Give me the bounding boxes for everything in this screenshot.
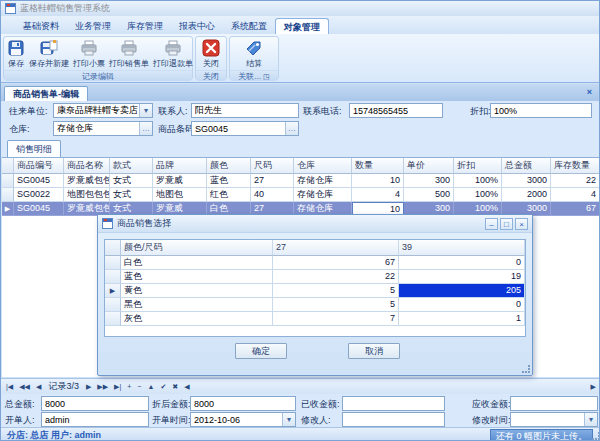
row-header[interactable] xyxy=(105,312,121,326)
printer-icon xyxy=(80,39,98,57)
tab-reports[interactable]: 报表中心 xyxy=(171,18,223,34)
col-header[interactable]: 单价 xyxy=(404,158,454,174)
matrix-row-selected[interactable]: ▶ 黄色 5 205 xyxy=(105,284,525,298)
group-expander-icon[interactable]: ◳ xyxy=(263,73,270,80)
modified-by-input[interactable] xyxy=(342,412,445,427)
nav-delete-button[interactable]: − xyxy=(134,380,144,394)
maximize-icon[interactable]: □ xyxy=(500,218,513,230)
field-warehouse: 仓库: xyxy=(9,122,30,137)
barcode-input[interactable]: … xyxy=(191,121,299,136)
chevron-down-icon[interactable]: ▾ xyxy=(584,413,597,426)
col-header[interactable]: 颜色/尺码 xyxy=(121,240,273,256)
selected-cell[interactable]: 205 xyxy=(399,284,525,298)
col-header[interactable]: 款式 xyxy=(110,158,153,174)
phone-input[interactable] xyxy=(349,103,443,118)
close-icon[interactable]: × xyxy=(515,218,528,230)
row-indicator-icon[interactable]: ▶ xyxy=(2,202,14,216)
color-size-matrix: 颜色/尺码 27 39 白色 67 0 蓝色 22 19 ▶ 黄色 5 205 xyxy=(104,239,526,337)
col-header[interactable]: 39 xyxy=(399,240,525,256)
nav-prev-page-button[interactable]: ◀◀ xyxy=(16,380,33,394)
nav-prev-button[interactable]: ◀ xyxy=(33,380,44,394)
ellipsis-button-icon[interactable]: … xyxy=(285,122,298,135)
tab-object-management[interactable]: 对象管理 xyxy=(275,18,329,34)
title-bar: 蓝格鞋帽销售管理系统 xyxy=(1,1,600,16)
col-header[interactable]: 折扣 xyxy=(454,158,502,174)
row-header[interactable] xyxy=(105,270,121,284)
settle-button[interactable]: 结算 xyxy=(243,38,265,70)
dialog-icon xyxy=(102,218,113,229)
col-header[interactable]: 数量 xyxy=(352,158,404,174)
created-by-input[interactable] xyxy=(41,412,149,427)
nav-first-button[interactable]: |◀ xyxy=(3,380,16,394)
print-sale-button[interactable]: 打印销售单 xyxy=(107,38,151,70)
nav-cancel-button[interactable]: ✖ xyxy=(169,380,181,394)
tab-business[interactable]: 业务管理 xyxy=(67,18,119,34)
dialog-title-bar: 商品销售选择 – □ × xyxy=(98,215,532,233)
save-and-new-button[interactable]: 保存并新建 xyxy=(27,38,71,70)
document-close-icon[interactable]: × xyxy=(584,87,595,98)
col-header[interactable]: 颜色 xyxy=(207,158,251,174)
col-header[interactable]: 27 xyxy=(273,240,399,256)
print-ticket-button[interactable]: 打印小票 xyxy=(71,38,107,70)
col-header[interactable]: 尺码 xyxy=(251,158,294,174)
field-created-date: 开单时间: xyxy=(152,413,191,428)
receivable-amount-input[interactable] xyxy=(510,396,598,411)
row-indicator-icon[interactable]: ▶ xyxy=(105,284,121,298)
cancel-button[interactable]: 取消 xyxy=(348,343,400,359)
discount-input[interactable] xyxy=(490,103,592,118)
field-contact: 联系人: xyxy=(158,104,188,119)
resize-grip[interactable] xyxy=(591,431,600,440)
col-header[interactable]: 商品编号 xyxy=(14,158,64,174)
tab-basic-data[interactable]: 基础资料 xyxy=(15,18,67,34)
chevron-down-icon[interactable]: ▾ xyxy=(282,413,295,426)
col-header[interactable]: 库存数量 xyxy=(551,158,600,174)
close-button[interactable]: 关闭 xyxy=(200,38,222,70)
ok-button[interactable]: 确定 xyxy=(235,343,287,359)
scroll-right-arrow-icon[interactable]: ▶ xyxy=(588,383,599,391)
group-close: 关闭 关闭 xyxy=(195,36,227,80)
nav-last-button[interactable]: ▶| xyxy=(111,380,124,394)
contact-input[interactable] xyxy=(191,103,299,118)
tab-inventory[interactable]: 库存管理 xyxy=(119,18,171,34)
discounted-amount-input[interactable] xyxy=(190,396,296,411)
document-tab-sale-edit[interactable]: 商品销售单-编辑 xyxy=(4,86,88,101)
group-record-edit: 保存 保存并新建 xyxy=(3,36,193,80)
modified-date-select[interactable]: ▾ xyxy=(510,412,598,427)
print-refund-button[interactable]: 打印退款单 xyxy=(151,38,195,70)
nav-post-button[interactable]: ✔ xyxy=(157,380,169,394)
tab-sale-detail[interactable]: 销售明细 xyxy=(7,140,61,157)
grid-corner xyxy=(2,158,14,174)
save-button[interactable]: 保存 xyxy=(5,38,27,70)
total-amount-input[interactable] xyxy=(41,396,149,411)
nav-next-button[interactable]: ▶ xyxy=(83,380,94,394)
warehouse-input[interactable]: … xyxy=(53,121,153,136)
row-header[interactable] xyxy=(105,298,121,312)
resize-grip[interactable] xyxy=(521,364,530,373)
nav-next-page-button[interactable]: ▶▶ xyxy=(94,380,111,394)
col-header[interactable]: 仓库 xyxy=(294,158,352,174)
table-row[interactable]: SG0045 罗意威包包 女式 罗意威 蓝色 27 存储仓库 10 300 10… xyxy=(2,174,600,188)
col-header[interactable]: 品牌 xyxy=(153,158,207,174)
created-date-select[interactable]: ▾ xyxy=(190,412,296,427)
scroll-left-arrow-icon[interactable]: ◀ xyxy=(181,380,192,394)
tab-system-config[interactable]: 系统配置 xyxy=(223,18,275,34)
nav-edit-button[interactable]: ▲ xyxy=(144,380,157,394)
matrix-row[interactable]: 蓝色 22 19 xyxy=(105,270,525,284)
received-amount-input[interactable] xyxy=(342,396,445,411)
matrix-row[interactable]: 黑色 5 0 xyxy=(105,298,525,312)
customer-select[interactable]: ▾ xyxy=(53,103,153,118)
matrix-row[interactable]: 白色 67 0 xyxy=(105,256,525,270)
row-header[interactable] xyxy=(2,174,14,188)
chevron-down-icon[interactable]: ▾ xyxy=(139,104,152,117)
table-row[interactable]: SG0022 地图包包包 女式 地图包 红色 40 存储仓库 4 500 100… xyxy=(2,188,600,202)
field-modified-date: 修改时间: xyxy=(472,413,511,428)
nav-append-button[interactable]: + xyxy=(124,380,134,394)
row-header[interactable] xyxy=(105,256,121,270)
col-header[interactable]: 总金额 xyxy=(502,158,551,174)
col-header[interactable]: 商品名称 xyxy=(64,158,110,174)
row-header[interactable] xyxy=(2,188,14,202)
ellipsis-button-icon[interactable]: … xyxy=(139,122,152,135)
minimize-icon[interactable]: – xyxy=(485,218,498,230)
matrix-row[interactable]: 灰色 7 1 xyxy=(105,312,525,326)
form-panel: 往来单位: ▾ 联系人: 联系电话: 折扣: 仓库: … xyxy=(1,101,600,157)
